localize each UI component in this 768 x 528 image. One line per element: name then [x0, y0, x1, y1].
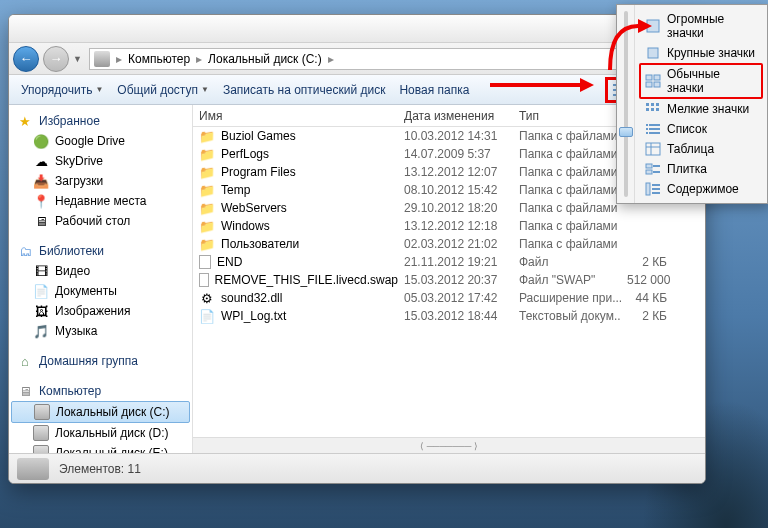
file-name: Windows	[221, 219, 270, 233]
file-name: Пользователи	[221, 237, 299, 251]
table-row[interactable]: 📄WPI_Log.txt15.03.2012 18:44Текстовый до…	[193, 307, 705, 325]
file-date: 14.07.2009 5:37	[398, 147, 513, 161]
horizontal-scrollbar[interactable]: ⟨ ─────── ⟩	[193, 437, 705, 453]
folder-icon: 📁	[199, 146, 215, 162]
burn-button[interactable]: Записать на оптический диск	[219, 81, 390, 99]
table-row[interactable]: REMOVE_THIS_FILE.livecd.swap15.03.2012 2…	[193, 271, 705, 289]
column-name[interactable]: Имя	[193, 109, 398, 123]
view-size-slider[interactable]	[617, 5, 635, 203]
column-date[interactable]: Дата изменения	[398, 109, 513, 123]
view-mode-option[interactable]: Крупные значки	[639, 43, 763, 63]
file-icon	[199, 273, 209, 287]
table-row[interactable]: END21.11.2012 19:21Файл2 КБ	[193, 253, 705, 271]
breadcrumb[interactable]: ▸ Компьютер ▸ Локальный диск (C:) ▸	[89, 48, 673, 70]
view-option-icon	[645, 19, 661, 33]
svg-rect-12	[646, 82, 652, 87]
svg-rect-33	[646, 183, 650, 195]
new-folder-button[interactable]: Новая папка	[395, 81, 473, 99]
sidebar-item-library[interactable]: 📄Документы	[9, 281, 192, 301]
view-option-label: Крупные значки	[667, 46, 755, 60]
chevron-right-icon[interactable]: ▸	[324, 52, 338, 66]
folder-icon: 📁	[199, 128, 215, 144]
sidebar-item-favorite[interactable]: ☁SkyDrive	[9, 151, 192, 171]
svg-rect-24	[646, 132, 648, 134]
view-option-label: Плитка	[667, 162, 707, 176]
table-row[interactable]: ⚙sound32.dll05.03.2012 17:42Расширение п…	[193, 289, 705, 307]
view-mode-option[interactable]: Обычные значки	[639, 63, 763, 99]
view-mode-option[interactable]: Мелкие значки	[639, 99, 763, 119]
svg-rect-23	[649, 128, 660, 130]
view-mode-option[interactable]: Таблица	[639, 139, 763, 159]
sidebar-item-library[interactable]: 🎞Видео	[9, 261, 192, 281]
file-size: 512 000 КБ	[621, 273, 673, 287]
view-mode-option[interactable]: Огромные значки	[639, 9, 763, 43]
svg-rect-31	[646, 170, 652, 174]
view-option-label: Содержимое	[667, 182, 739, 196]
fav-icon: 📍	[33, 193, 49, 209]
file-name: END	[217, 255, 242, 269]
chevron-right-icon[interactable]: ▸	[112, 52, 126, 66]
chevron-right-icon[interactable]: ▸	[192, 52, 206, 66]
file-date: 10.03.2012 14:31	[398, 129, 513, 143]
file-name: sound32.dll	[221, 291, 282, 305]
svg-rect-30	[653, 165, 660, 167]
svg-rect-20	[646, 124, 648, 126]
table-row[interactable]: 📁Windows13.12.2012 12:18Папка с файлами	[193, 217, 705, 235]
fav-icon: 🟢	[33, 133, 49, 149]
view-option-icon	[645, 162, 661, 176]
new-folder-label: Новая папка	[399, 83, 469, 97]
organize-menu[interactable]: Упорядочить ▼	[17, 81, 107, 99]
file-date: 15.03.2012 20:37	[398, 273, 513, 287]
sidebar-item-drive[interactable]: Локальный диск (D:)	[9, 423, 192, 443]
computer-header[interactable]: 🖥 Компьютер	[9, 381, 192, 401]
title-bar[interactable]	[9, 15, 705, 43]
column-type[interactable]: Тип	[513, 109, 621, 123]
view-mode-option[interactable]: Плитка	[639, 159, 763, 179]
homegroup-header[interactable]: ⌂ Домашняя группа	[9, 351, 192, 371]
crumb-computer[interactable]: Компьютер	[128, 52, 190, 66]
history-dropdown[interactable]: ▼	[73, 54, 85, 64]
folder-icon: 📁	[199, 182, 215, 198]
chevron-down-icon: ▼	[95, 85, 103, 94]
library-icon: 🗂	[17, 243, 33, 259]
file-date: 05.03.2012 17:42	[398, 291, 513, 305]
sidebar-item-drive[interactable]: Локальный диск (E:)	[9, 443, 192, 453]
sidebar-item-library[interactable]: 🎵Музыка	[9, 321, 192, 341]
back-button[interactable]: ←	[13, 46, 39, 72]
sidebar-item-favorite[interactable]: 📍Недавние места	[9, 191, 192, 211]
view-option-icon	[645, 46, 661, 60]
file-type: Папка с файлами	[513, 129, 621, 143]
fav-icon: 🖥	[33, 213, 49, 229]
favorites-header[interactable]: ★ Избранное	[9, 111, 192, 131]
svg-rect-11	[654, 75, 660, 80]
star-icon: ★	[17, 113, 33, 129]
share-menu[interactable]: Общий доступ ▼	[113, 81, 213, 99]
table-row[interactable]: 📁Пользователи02.03.2012 21:02Папка с фай…	[193, 235, 705, 253]
slider-thumb[interactable]	[619, 127, 633, 137]
file-date: 08.10.2012 15:42	[398, 183, 513, 197]
forward-button[interactable]: →	[43, 46, 69, 72]
view-mode-option[interactable]: Содержимое	[639, 179, 763, 199]
sidebar-item-favorite[interactable]: 📥Загрузки	[9, 171, 192, 191]
drive-icon	[33, 445, 49, 453]
sidebar-item-drive[interactable]: Локальный диск (C:)	[11, 401, 190, 423]
sidebar-item-library[interactable]: 🖼Изображения	[9, 301, 192, 321]
view-option-label: Таблица	[667, 142, 714, 156]
svg-rect-35	[652, 188, 660, 190]
view-mode-option[interactable]: Список	[639, 119, 763, 139]
file-type: Файл "SWAP"	[513, 273, 621, 287]
file-name: WebServers	[221, 201, 287, 215]
file-date: 13.12.2012 12:18	[398, 219, 513, 233]
libraries-header[interactable]: 🗂 Библиотеки	[9, 241, 192, 261]
svg-rect-17	[646, 108, 649, 111]
sidebar-item-favorite[interactable]: 🟢Google Drive	[9, 131, 192, 151]
file-type: Расширение при...	[513, 291, 621, 305]
text-file-icon: 📄	[199, 308, 215, 324]
crumb-drive-c[interactable]: Локальный диск (C:)	[208, 52, 322, 66]
sidebar-item-label: Локальный диск (E:)	[55, 446, 168, 453]
file-date: 13.12.2012 12:07	[398, 165, 513, 179]
file-name: Program Files	[221, 165, 296, 179]
file-type: Папка с файлами	[513, 237, 621, 251]
sidebar-item-favorite[interactable]: 🖥Рабочий стол	[9, 211, 192, 231]
share-label: Общий доступ	[117, 83, 198, 97]
